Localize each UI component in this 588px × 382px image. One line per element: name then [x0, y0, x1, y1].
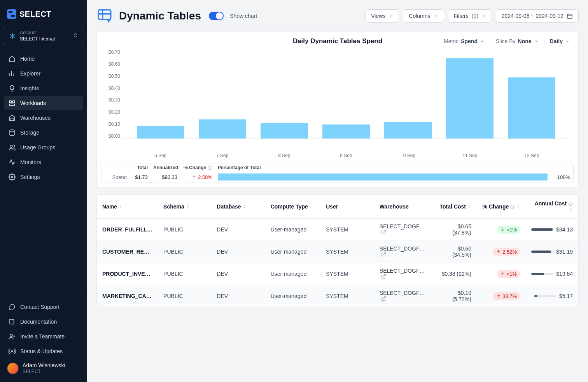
chart-bar[interactable]	[384, 122, 432, 138]
cell-user: SYSTEM	[320, 285, 374, 307]
chart-card: Daily Dynamic Tables Spend Metric Spend …	[96, 31, 579, 187]
granularity-selector[interactable]: Daily	[550, 38, 570, 44]
views-button[interactable]: Views	[365, 9, 399, 23]
page-title: Dynamic Tables	[119, 10, 201, 22]
th-total-cost[interactable]: Total Cost	[432, 195, 477, 219]
cell-name: MARKETING_CA…	[102, 293, 152, 299]
table-card: Name Schema Database Compute Type User W…	[96, 195, 579, 307]
home-icon	[9, 55, 16, 62]
sidebar-item-insights[interactable]: Insights	[4, 81, 83, 95]
snowflake-icon	[9, 33, 16, 40]
sort-icon	[119, 203, 122, 210]
sort-icon	[569, 207, 573, 213]
sidebar-item-storage[interactable]: Storage	[4, 126, 83, 140]
sort-icon	[467, 203, 471, 210]
cell-total-cost: $0.60 (34.5%)	[432, 241, 477, 263]
cell-compute: User-managed	[265, 285, 320, 307]
table-row[interactable]: MARKETING_CA… PUBLIC DEV User-managed SY…	[97, 285, 578, 307]
cell-change: 38.7%	[477, 285, 526, 307]
metric-selector[interactable]: Metric Spend	[444, 38, 485, 44]
sidebar-item-contact-support[interactable]: Contact Support	[4, 300, 83, 314]
sidebar-item-explorer[interactable]: Explorer	[4, 67, 83, 81]
cell-name: PRODUCT_INVE…	[102, 271, 152, 277]
avatar	[7, 363, 19, 374]
chat-icon	[9, 303, 16, 310]
arrow-up-icon	[192, 175, 196, 179]
sidebar-item-invite[interactable]: Invite a Teammate	[4, 329, 83, 343]
cell-database: DEV	[211, 219, 265, 241]
cell-change: <1%	[477, 219, 526, 241]
cell-total-cost: $0.10 (5.72%)	[432, 285, 477, 307]
external-link-icon	[381, 252, 386, 257]
cell-user: SYSTEM	[320, 241, 374, 263]
external-link[interactable]	[381, 296, 386, 302]
th-database[interactable]: Database	[211, 195, 265, 219]
chart-bar[interactable]	[261, 123, 308, 138]
summary-strip: Total Annualized % Change Percentage of …	[102, 163, 574, 182]
table-row[interactable]: ORDER_FULFILL… PUBLIC DEV User-managed S…	[97, 219, 578, 241]
sidebar-item-status[interactable]: Status & Updates	[4, 344, 83, 358]
th-user[interactable]: User	[320, 195, 374, 219]
cell-annual: $31.19	[526, 241, 578, 263]
sidebar-item-workloads[interactable]: Workloads	[4, 96, 83, 110]
cell-warehouse: SELECT_DOGF…	[374, 263, 432, 285]
sidebar-item-usage-groups[interactable]: Usage Groups	[4, 140, 83, 154]
toolbar: Views Columns Filters (0) 2024-09-06 ~ 2…	[365, 9, 579, 23]
info-icon[interactable]	[568, 202, 573, 206]
external-link[interactable]	[381, 274, 386, 280]
logo[interactable]: SELECT	[4, 6, 83, 26]
table-row[interactable]: PRODUCT_INVE… PUBLIC DEV User-managed SY…	[97, 263, 578, 285]
th-schema[interactable]: Schema	[158, 195, 211, 219]
slice-selector[interactable]: Slice By None	[496, 38, 539, 44]
info-icon[interactable]	[208, 165, 212, 170]
cell-annual: $34.13	[526, 219, 578, 241]
cell-change: <1%	[477, 263, 526, 285]
chart-bar[interactable]	[322, 124, 370, 138]
activity-icon	[9, 159, 16, 166]
th-change[interactable]: % Change	[477, 195, 526, 219]
th-warehouse[interactable]: Warehouse	[374, 195, 432, 219]
data-table: Name Schema Database Compute Type User W…	[97, 195, 578, 307]
chevron-down-icon	[481, 14, 486, 18]
chevron-up-down-icon	[73, 33, 78, 39]
cell-compute: User-managed	[265, 263, 320, 285]
sidebar-item-label: Monitors	[20, 159, 41, 165]
sidebar-item-label: Home	[20, 56, 35, 62]
sidebar-item-settings[interactable]: Settings	[4, 170, 83, 184]
svg-rect-2	[9, 104, 15, 105]
summary-pct-bar: 100%	[218, 173, 570, 180]
filters-button[interactable]: Filters (0)	[448, 9, 492, 23]
sidebar-item-monitors[interactable]: Monitors	[4, 155, 83, 169]
chart-bar[interactable]	[137, 126, 184, 138]
show-chart-toggle[interactable]	[209, 12, 224, 20]
cell-compute: User-managed	[265, 241, 320, 263]
chart-bar-icon	[9, 70, 16, 77]
daterange-button[interactable]: 2024-09-06 ~ 2024-09-12	[496, 9, 579, 23]
chevron-down-icon	[534, 39, 539, 44]
sidebar-item-home[interactable]: Home	[4, 52, 83, 66]
summary-change: 2.58%	[183, 174, 218, 180]
chart-bar[interactable]	[508, 77, 555, 138]
cell-warehouse: SELECT_DOGF…	[374, 219, 432, 241]
chart-plot[interactable]	[122, 49, 570, 139]
account-selector[interactable]: Account SELECT Internal	[4, 26, 83, 46]
external-link[interactable]	[381, 252, 386, 258]
sidebar-item-label: Invite a Teammate	[20, 333, 65, 340]
svg-point-4	[10, 145, 12, 147]
chart-bar[interactable]	[199, 119, 246, 138]
external-link[interactable]	[381, 230, 386, 236]
sidebar-item-warehouses[interactable]: Warehouses	[4, 111, 83, 125]
show-chart-label: Show chart	[230, 13, 257, 19]
mini-bar	[531, 228, 553, 231]
table-row[interactable]: CUSTOMER_RE… PUBLIC DEV User-managed SYS…	[97, 241, 578, 263]
sidebar-item-docs[interactable]: Documentation	[4, 315, 83, 329]
info-icon[interactable]	[510, 205, 515, 209]
external-link-icon	[381, 296, 386, 301]
th-annual[interactable]: Annual Cost	[526, 195, 578, 219]
th-name[interactable]: Name	[97, 195, 158, 219]
th-compute[interactable]: Compute Type	[265, 195, 320, 219]
arrow-up-icon	[496, 294, 501, 298]
user-menu[interactable]: Adam Wisniewski SELECT	[4, 358, 83, 376]
chart-bar[interactable]	[446, 58, 494, 138]
columns-button[interactable]: Columns	[403, 9, 444, 23]
